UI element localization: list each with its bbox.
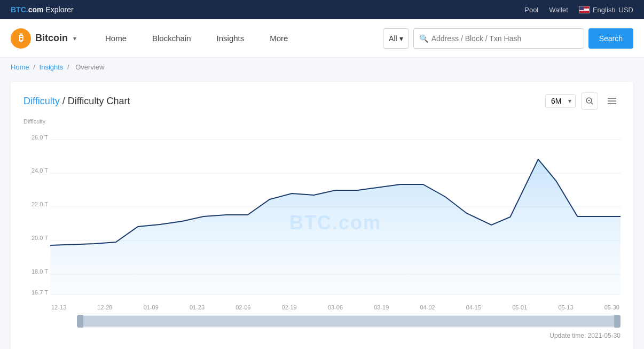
menu-button[interactable] [603,92,621,110]
nav-more[interactable]: More [257,19,301,58]
breadcrumb-home[interactable]: Home [11,63,29,71]
breadcrumb-sep1: / [33,63,37,71]
x-tick-2: 12-28 [97,304,112,311]
top-bar: BTC.com Explorer Pool Wallet English USD [0,0,644,19]
x-tick-11: 05-01 [512,304,527,311]
x-tick-12: 05-13 [558,304,573,311]
nav-home[interactable]: Home [92,19,139,58]
search-area: All ▾ 🔍 Search [383,28,633,49]
x-tick-4: 01-23 [190,304,205,311]
chart-header: Difficulty / Difficulty Chart 1W 1M 3M 6… [23,92,621,110]
main-content: Difficulty / Difficulty Chart 1W 1M 3M 6… [0,76,644,349]
x-tick-7: 03-06 [328,304,343,311]
y-tick-1: 26.0 T [32,134,48,141]
scrollbar-handle-left[interactable] [77,315,83,328]
y-label: Difficulty [23,118,45,125]
chart-card: Difficulty / Difficulty Chart 1W 1M 3M 6… [11,82,633,349]
pool-link[interactable]: Pool [524,6,538,14]
y-tick-4: 20.0 T [32,235,48,241]
breadcrumb-overview: Overview [75,63,104,71]
brand-dropdown-icon: ▾ [73,35,76,42]
x-tick-6: 02-19 [282,304,297,311]
x-tick-3: 01-09 [144,304,159,311]
y-tick-6: 16.7 T [32,289,48,296]
nav-blockchain[interactable]: Blockchain [139,19,204,58]
brand[interactable]: ₿ Bitcoin ▾ [11,28,76,49]
search-filter-chevron: ▾ [399,34,403,43]
x-tick-9: 04-02 [420,304,435,311]
search-input-wrap: 🔍 [413,28,584,49]
search-filter-dropdown[interactable]: All ▾ [383,28,409,49]
chart-svg-container: BTC.com [50,118,621,328]
chart-area: Difficulty 26.0 T 24.0 T 22.0 T 20.0 T 1… [23,118,621,328]
language-selector[interactable]: English USD [579,6,633,14]
search-input[interactable] [431,34,578,43]
brand-logo: BTC.com [11,5,43,14]
chart-title: Difficulty / Difficulty Chart [23,96,130,107]
y-tick-3: 22.0 T [32,201,48,207]
x-axis: 12-13 12-28 01-09 01-23 02-06 02-19 03-0… [50,304,621,311]
language-label: English [593,6,616,14]
chart-scrollbar[interactable] [77,315,621,328]
nav-links: Home Blockchain Insights More [92,19,383,58]
scrollbar-thumb [77,316,621,327]
search-filter-value: All [389,34,397,43]
y-axis: Difficulty 26.0 T 24.0 T 22.0 T 20.0 T 1… [23,118,50,300]
nav-bar: ₿ Bitcoin ▾ Home Blockchain Insights Mor… [0,19,644,58]
x-tick-5: 02-06 [235,304,250,311]
y-tick-5: 18.0 T [32,268,48,275]
nav-insights[interactable]: Insights [204,19,257,58]
chart-svg [50,118,621,300]
difficulty-link[interactable]: Difficulty [23,96,60,106]
x-tick-13: 05-30 [604,304,619,311]
update-time: Update time: 2021-05-30 [23,332,621,339]
brand-name: Bitcoin [35,33,68,44]
explorer-label: Explorer [45,5,73,14]
flag-icon [579,6,590,13]
breadcrumb-insights[interactable]: Insights [40,63,64,71]
breadcrumb: Home / Insights / Overview [0,58,644,76]
menu-icon [608,97,616,105]
period-selector[interactable]: 1W 1M 3M 6M 1Y All [545,94,576,108]
x-tick-10: 04-15 [466,304,481,311]
search-icon: 🔍 [419,34,428,43]
top-bar-links: Pool Wallet English USD [524,6,633,14]
zoom-icon [585,97,594,105]
currency-label: USD [619,6,633,14]
period-selector-wrap: 1W 1M 3M 6M 1Y All [545,94,576,108]
wallet-link[interactable]: Wallet [549,6,568,14]
top-bar-brand: BTC.com Explorer [11,5,74,14]
x-tick-1: 12-13 [51,304,66,311]
chart-title-suffix: / Difficulty Chart [60,96,130,106]
chart-controls: 1W 1M 3M 6M 1Y All [545,92,621,110]
y-tick-2: 24.0 T [32,167,48,174]
search-button[interactable]: Search [588,28,633,49]
x-tick-8: 03-19 [374,304,389,311]
breadcrumb-sep2: / [67,63,71,71]
scrollbar-handle-right[interactable] [614,315,621,328]
brand-icon: ₿ [11,28,31,49]
zoom-out-button[interactable] [581,92,598,110]
svg-line-2 [591,103,593,104]
